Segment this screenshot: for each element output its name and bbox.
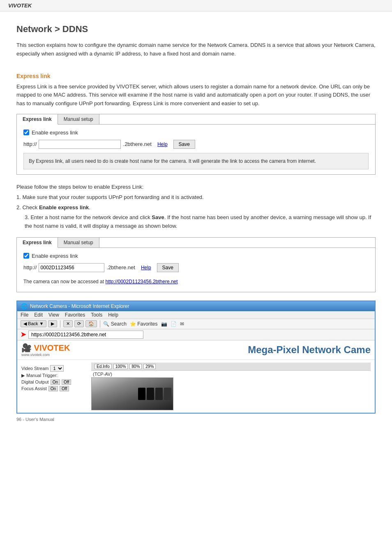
quality-29[interactable]: 29% (143, 364, 156, 369)
silhouette-1 (138, 388, 145, 400)
address-bar: ➤ (17, 329, 375, 340)
top-bar: VIVOTEK (0, 0, 392, 12)
page-title: Network > DDNS (16, 24, 376, 35)
footer-text: 96 - User's Manual (16, 417, 376, 422)
tab-express-link-1[interactable]: Express link (17, 114, 58, 125)
tab-content-2: Enable express link http:// .2bthere.net… (17, 248, 375, 292)
help-link-2[interactable]: Help (141, 265, 151, 271)
quality-edinfo[interactable]: Ed.Info (95, 364, 112, 369)
menu-tools[interactable]: Tools (91, 312, 102, 318)
http-suffix-2: .2bthere.net (107, 264, 135, 271)
menu-help[interactable]: Help (108, 312, 118, 318)
camera-preview-area: Ed.Info 100% 80% 29% (TCP-AV) (91, 363, 371, 410)
camera-controls-panel: Video Stream 1 2 ▶ Manual Trigger: Digit… (21, 363, 87, 410)
enable-express-row-2: Enable express link (23, 253, 369, 259)
http-row-2: http:// .2bthere.net Help Save (23, 263, 369, 272)
video-quality-bar: Ed.Info 100% 80% 29% (91, 363, 371, 371)
http-suffix-1: .2bthere.net (123, 141, 152, 147)
red-arrow-icon: ➤ (21, 331, 26, 338)
camera-preview (91, 377, 173, 410)
menu-favorites[interactable]: Favorites (65, 312, 85, 318)
quality-100[interactable]: 100% (113, 364, 128, 369)
http-prefix-1: http:// (23, 141, 37, 147)
enable-express-checkbox-2[interactable] (23, 253, 29, 259)
tab-manual-setup-1[interactable]: Manual setup (58, 114, 99, 124)
info-text-1: By Express link, all users need to do is… (29, 158, 316, 164)
success-url[interactable]: http://0002D1123456.2bthere.net (105, 279, 178, 284)
browser-window: 🌐 Network Camera - Microsoft Internet Ex… (16, 301, 376, 414)
browser-menubar: File Edit View Favorites Tools Help (17, 311, 375, 319)
browser-toolbar: ◀ Back ▼ ▶ ✕ ⟳ 🏠 🔍 Search ⭐ Favorites 📷 … (17, 319, 375, 329)
save-button-2[interactable]: Save (157, 263, 179, 272)
favorites-label: ⭐ Favorites (130, 321, 158, 327)
logo-icon: 🎥 (21, 343, 32, 352)
preview-content (92, 378, 173, 410)
video-stream-select[interactable]: 1 2 (50, 365, 64, 372)
manual-trigger-row: ▶ Manual Trigger: (21, 373, 87, 378)
tab-content-1: Enable express link http:// .2bthere.net… (17, 125, 375, 174)
menu-view[interactable]: View (48, 312, 59, 318)
search-label: 🔍 Search (103, 321, 126, 327)
focus-assist-row: Focus Assist On Off (21, 386, 87, 391)
silhouette-4 (164, 388, 171, 400)
save-button-1[interactable]: Save (173, 140, 195, 149)
forward-button[interactable]: ▶ (48, 320, 57, 327)
success-box: The camera can now be accessed at http:/… (23, 276, 369, 287)
silhouette-2 (147, 388, 154, 400)
browser-titlebar: 🌐 Network Camera - Microsoft Internet Ex… (17, 301, 375, 311)
focus-on-btn[interactable]: On (48, 386, 58, 391)
trigger-icon: ▶ (21, 373, 25, 378)
steps-section: Please follow the steps below to enable … (16, 183, 376, 231)
tab-header-2: Express link Manual setup (17, 238, 375, 248)
brand-label: VIVOTEK (8, 2, 32, 9)
video-stream-row: Video Stream 1 2 (21, 365, 87, 372)
step-3-save-bold: Save (152, 214, 164, 220)
camera-controls: Video Stream 1 2 ▶ Manual Trigger: Digit… (21, 365, 87, 391)
toolbar-separator-2 (100, 320, 100, 328)
intro-text: This section explains how to configure t… (16, 41, 376, 58)
history-icon: 📄 (171, 321, 177, 327)
manual-trigger-label: Manual Trigger: (26, 373, 58, 378)
enable-express-label-1: Enable express link (32, 130, 78, 136)
menu-edit[interactable]: Edit (34, 312, 43, 318)
menu-file[interactable]: File (21, 312, 28, 318)
logo-text: VIVOTEK (34, 343, 70, 352)
digital-on-btn[interactable]: On (51, 379, 60, 385)
address-input[interactable] (28, 331, 143, 339)
main-content: Network > DDNS This section explains how… (0, 12, 392, 430)
video-stream-label: Video Stream (21, 366, 48, 371)
digital-off-btn[interactable]: Off (62, 379, 71, 385)
home-button[interactable]: 🏠 (85, 320, 97, 327)
express-link-desc: Express Link is a free service provided … (16, 83, 376, 108)
logo-sub: www.vivotek.com (21, 353, 70, 357)
step-3: 3. Enter a host name for the network dev… (25, 213, 376, 231)
camera-silhouettes (138, 388, 171, 400)
video-mode-label: (TCP-AV) (91, 371, 371, 377)
help-link-1[interactable]: Help (157, 141, 168, 147)
refresh-button[interactable]: ⟳ (74, 320, 84, 327)
tab-express-link-2[interactable]: Express link (17, 238, 58, 248)
step-2-bold: Enable express link (39, 204, 89, 210)
silhouette-3 (155, 388, 163, 400)
toolbar-separator-1 (60, 320, 60, 328)
focus-off-btn[interactable]: Off (60, 386, 69, 391)
express-link-section-title: Express link (16, 73, 376, 79)
back-button[interactable]: ◀ Back ▼ (21, 320, 46, 327)
camera-logo: 🎥 VIVOTEK (21, 343, 70, 353)
enable-express-row-1: Enable express link (23, 130, 369, 136)
camera-title: Mega-Pixel Network Came (248, 344, 371, 356)
http-row-1: http:// .2bthere.net Help Save (23, 140, 369, 149)
step-2: 2. Check Enable express link. (16, 204, 376, 212)
tab-manual-setup-2[interactable]: Manual setup (58, 238, 99, 247)
tab-box-2: Express link Manual setup Enable express… (16, 237, 376, 292)
quality-80[interactable]: 80% (129, 364, 142, 369)
tab-box-1: Express link Manual setup Enable express… (16, 114, 376, 175)
hostname-input-1[interactable] (39, 140, 121, 149)
enable-express-checkbox-1[interactable] (23, 130, 29, 135)
hostname-input-2[interactable] (39, 263, 104, 272)
media-icon: 📷 (161, 321, 167, 327)
step-1: 1. Make sure that your router supports U… (16, 193, 376, 202)
ie-icon: 🌐 (21, 303, 28, 310)
stop-button[interactable]: ✕ (63, 320, 73, 327)
browser-title: Network Camera - Microsoft Internet Expl… (30, 303, 129, 309)
